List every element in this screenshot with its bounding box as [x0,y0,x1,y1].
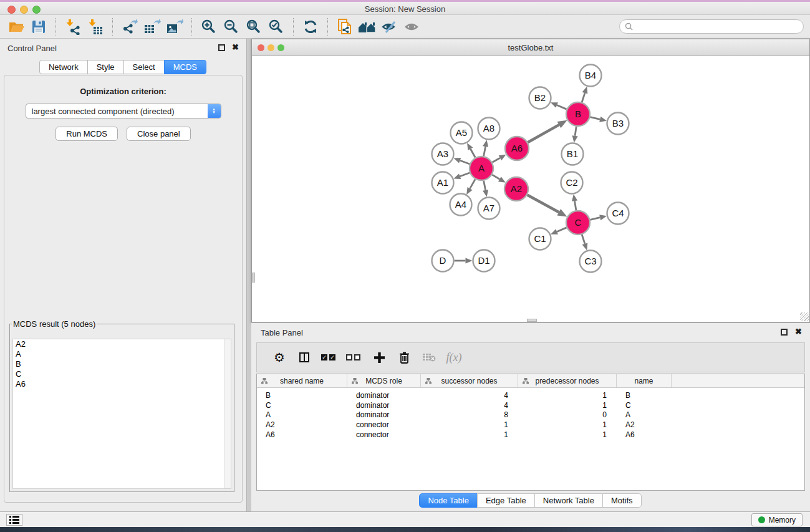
save-session-icon[interactable] [27,17,50,36]
graph-edge-B-B2[interactable] [557,105,566,110]
deselect-all-columns-icon[interactable] [342,354,367,360]
float-panel-icon[interactable] [218,44,225,51]
graph-node-A4[interactable]: A4 [450,194,472,216]
refresh-view-icon[interactable] [299,17,322,36]
graph-edge-C-C2[interactable] [575,201,576,210]
graph-node-C4[interactable]: C4 [607,203,629,225]
open-session-icon[interactable] [5,17,27,36]
graph-edge-A-A2[interactable] [492,175,499,179]
zoom-fit-icon[interactable] [243,17,265,36]
add-column-icon[interactable] [367,352,392,364]
network-from-selection-icon[interactable] [334,17,356,36]
hide-selected-icon[interactable] [378,17,401,36]
graph-node-D[interactable]: D [432,250,454,272]
result-item[interactable]: A [13,349,231,359]
graph-node-A6[interactable]: A6 [505,137,529,160]
zoom-out-icon[interactable] [220,17,243,36]
graph-edge-A-A5[interactable] [470,149,475,158]
graph-edge-C-C4[interactable] [590,218,600,220]
column-header-MCDS-role[interactable]: MCDS role [347,374,421,387]
graph-edge-A-A7[interactable] [484,181,486,190]
graph-edge-A-A4[interactable] [470,179,476,188]
graph-node-A8[interactable]: A8 [478,118,500,140]
graph-node-A2[interactable]: A2 [504,177,528,201]
result-item[interactable]: C [13,369,231,379]
zoom-selected-icon[interactable] [265,17,287,36]
search-input[interactable] [633,22,803,32]
graph-edge-C-C3[interactable] [582,235,585,244]
table-settings-icon[interactable]: ⚙ [267,350,292,365]
show-all-icon[interactable] [401,17,423,36]
table-float-panel-icon[interactable] [781,329,788,336]
frame-resize-grip[interactable] [800,312,809,321]
table-row[interactable]: A6connector11A6 [257,430,804,440]
graph-node-A[interactable]: A [470,157,493,180]
tab-network[interactable]: Network [39,60,88,74]
tab-node-table[interactable]: Node Table [419,493,478,508]
graph-node-B4[interactable]: B4 [580,65,602,87]
column-header-shared-name[interactable]: shared name [257,374,347,387]
graph-edge-C-C1[interactable] [557,228,566,232]
tab-style[interactable]: Style [87,60,124,74]
result-list-scrollbar[interactable] [224,339,231,488]
network-window-titlebar[interactable]: testGlobe.txt [252,39,809,56]
export-table-icon[interactable] [141,17,163,36]
task-history-icon[interactable] [6,514,22,526]
result-item[interactable]: A6 [13,379,231,389]
graph-edge-B-B1[interactable] [575,127,576,136]
graph-edge-A-A8[interactable] [484,147,486,156]
export-image-icon[interactable] [163,17,186,36]
graph-edge-A-A1[interactable] [460,173,470,177]
graph-node-C[interactable]: C [566,211,590,235]
optimization-criterion-select[interactable]: largest connected component (directed) ▲… [26,104,221,118]
first-neighbors-icon[interactable] [356,17,378,36]
graph-node-B[interactable]: B [566,102,590,126]
split-handle-bottom[interactable] [527,319,537,322]
graph-node-C2[interactable]: C2 [561,172,583,194]
network-graph[interactable]: B4B2BB3A8A5A6B1A3AC2A1A2A4A7C4CC1C3DD1 [252,57,809,323]
result-item[interactable]: A2 [13,339,231,349]
graph-node-B1[interactable]: B1 [562,143,584,165]
graph-node-B2[interactable]: B2 [529,87,551,109]
graph-node-C3[interactable]: C3 [580,251,602,273]
tab-mcds[interactable]: MCDS [164,60,206,74]
delete-column-icon[interactable] [392,351,417,364]
split-handle-left[interactable] [252,273,255,283]
table-close-panel-icon[interactable]: ✖ [795,327,802,336]
search-box[interactable] [619,19,804,34]
graph-node-C1[interactable]: C1 [529,228,551,250]
network-canvas[interactable]: B4B2BB3A8A5A6B1A3AC2A1A2A4A7C4CC1C3DD1 [252,57,809,322]
memory-button[interactable]: Memory [751,513,803,526]
graph-edge-A2-C[interactable] [528,195,559,213]
table-row[interactable]: Adominator80A [257,410,804,420]
tab-edge-table[interactable]: Edge Table [477,493,535,508]
tab-select[interactable]: Select [123,60,165,74]
graph-node-B3[interactable]: B3 [607,113,629,135]
column-header-successor-nodes[interactable]: successor nodes [421,374,518,387]
table-row[interactable]: Cdominator41C [257,401,804,411]
graph-node-A3[interactable]: A3 [432,143,454,165]
select-all-columns-icon[interactable]: ✓✓ [317,354,342,360]
close-panel-icon[interactable]: ✖ [232,42,239,52]
run-mcds-button[interactable]: Run MCDS [55,127,118,141]
tab-network-table[interactable]: Network Table [534,493,603,508]
graph-node-A7[interactable]: A7 [478,198,500,220]
export-network-icon[interactable] [118,17,141,36]
tab-motifs[interactable]: Motifs [602,493,642,508]
import-network-icon[interactable] [62,17,84,36]
result-item[interactable]: B [13,359,231,369]
graph-edge-A-A6[interactable] [492,158,500,162]
import-table-icon[interactable] [84,17,107,36]
graph-edge-B-B4[interactable] [582,93,585,102]
column-header-name[interactable]: name [617,374,672,387]
show-columns-icon[interactable] [292,352,317,362]
graph-edge-A-A3[interactable] [460,160,470,164]
table-row[interactable]: Bdominator41B [257,391,804,401]
zoom-in-icon[interactable] [198,17,220,36]
column-header-predecessor-nodes[interactable]: predecessor nodes [518,374,617,387]
node-table[interactable]: shared nameMCDS rolesuccessor nodesprede… [256,374,805,491]
graph-edge-A6-B[interactable] [528,125,559,142]
close-panel-button[interactable]: Close panel [127,127,191,141]
graph-node-A5[interactable]: A5 [451,122,473,144]
graph-node-A1[interactable]: A1 [432,172,454,194]
